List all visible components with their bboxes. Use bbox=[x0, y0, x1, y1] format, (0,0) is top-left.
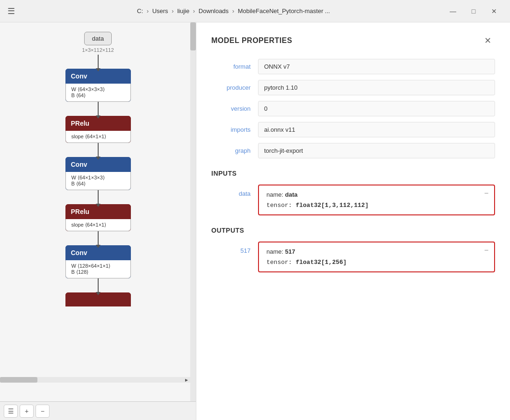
inputs-rows: data − name: data tensor: float32[1,3,11… bbox=[211, 185, 495, 215]
property-row: producer pytorch 1.10 bbox=[211, 80, 495, 95]
property-label: producer bbox=[211, 84, 258, 91]
minimize-button[interactable]: — bbox=[445, 5, 461, 18]
arrow-1 bbox=[98, 55, 99, 69]
path-downloads: Downloads bbox=[199, 7, 229, 14]
input-label: data bbox=[211, 185, 258, 197]
prelu1-details: slope ⟨64×1×1⟩ bbox=[65, 131, 131, 143]
sep3: › bbox=[193, 7, 197, 14]
property-row: format ONNX v7 bbox=[211, 59, 495, 74]
sep4: › bbox=[232, 7, 236, 14]
conv3-b: B ⟨128⟩ bbox=[72, 269, 125, 275]
output-name: name: 517 bbox=[266, 248, 487, 255]
conv2-node[interactable]: Conv W ⟨64×1×3×3⟩ B ⟨64⟩ bbox=[65, 157, 131, 190]
conv3-details: W ⟨128×64×1×1⟩ B ⟨128⟩ bbox=[65, 260, 131, 278]
conv1-b: B ⟨64⟩ bbox=[72, 93, 125, 99]
prelu2-node[interactable]: PRelu slope ⟨64×1×1⟩ bbox=[65, 204, 131, 231]
input-name: name: data bbox=[266, 191, 487, 198]
path-c: C: bbox=[137, 7, 143, 14]
input-tensor: tensor: float32[1,3,112,112] bbox=[266, 202, 487, 209]
output-label: 517 bbox=[211, 242, 258, 254]
data-node[interactable]: data bbox=[84, 32, 112, 45]
path-users: Users bbox=[152, 7, 168, 14]
property-row: imports ai.onnx v11 bbox=[211, 122, 495, 137]
bottom-toolbar: ☰ + − bbox=[0, 401, 196, 420]
sep1: › bbox=[147, 7, 151, 14]
arrow-6 bbox=[98, 278, 99, 292]
property-value: ai.onnx v11 bbox=[258, 122, 495, 137]
output-row: 517 − name: 517 tensor: float32[1,256] bbox=[211, 242, 495, 272]
conv2-details: W ⟨64×1×3×3⟩ B ⟨64⟩ bbox=[65, 172, 131, 190]
input-row: data − name: data tensor: float32[1,3,11… bbox=[211, 185, 495, 215]
output-tensor: tensor: float32[1,256] bbox=[266, 259, 487, 266]
conv1-w: W ⟨64×3×3×3⟩ bbox=[72, 86, 125, 93]
close-button[interactable]: ✕ bbox=[486, 5, 503, 18]
graph-content: data 1×3×112×112 Conv W ⟨64×3×3×3⟩ B ⟨64… bbox=[0, 22, 196, 316]
arrow-5 bbox=[98, 231, 99, 245]
main-layout: data 1×3×112×112 Conv W ⟨64×3×3×3⟩ B ⟨64… bbox=[0, 22, 510, 420]
conv2-b: B ⟨64⟩ bbox=[72, 181, 125, 187]
graph-panel: data 1×3×112×112 Conv W ⟨64×3×3×3⟩ B ⟨64… bbox=[0, 22, 196, 420]
properties-close-button[interactable]: ✕ bbox=[481, 34, 495, 48]
property-value: 0 bbox=[258, 101, 495, 116]
conv1-node[interactable]: Conv W ⟨64×3×3×3⟩ B ⟨64⟩ bbox=[65, 69, 131, 102]
outputs-section-header: OUTPUTS bbox=[211, 227, 495, 234]
data-shape-label: 1×3×112×112 bbox=[82, 47, 114, 53]
horizontal-scrolltrack[interactable] bbox=[0, 377, 190, 383]
sep2: › bbox=[172, 7, 175, 14]
conv2-w: W ⟨64×1×3×3⟩ bbox=[72, 175, 125, 181]
arrow-4 bbox=[98, 190, 99, 204]
graph-wrapper: data 1×3×112×112 Conv W ⟨64×3×3×3⟩ B ⟨64… bbox=[0, 22, 196, 401]
property-value: pytorch 1.10 bbox=[258, 80, 495, 95]
conv1-details: W ⟨64×3×3×3⟩ B ⟨64⟩ bbox=[65, 84, 131, 102]
output-card[interactable]: − name: 517 tensor: float32[1,256] bbox=[258, 242, 495, 272]
list-button[interactable]: ☰ bbox=[4, 405, 18, 418]
arrow-2 bbox=[98, 102, 99, 116]
conv3-node[interactable]: Conv W ⟨128×64×1×1⟩ B ⟨128⟩ bbox=[65, 245, 131, 278]
property-label: imports bbox=[211, 126, 258, 133]
property-fields: format ONNX v7 producer pytorch 1.10 ver… bbox=[211, 59, 495, 158]
inputs-section-header: INPUTS bbox=[211, 170, 495, 177]
arrow-3 bbox=[98, 143, 99, 157]
window-controls: — □ ✕ bbox=[445, 5, 503, 18]
properties-title: MODEL PROPERTIES bbox=[211, 36, 292, 45]
output-collapse-button[interactable]: − bbox=[484, 246, 488, 255]
properties-panel: MODEL PROPERTIES ✕ format ONNX v7 produc… bbox=[196, 22, 510, 420]
input-card[interactable]: − name: data tensor: float32[1,3,112,112… bbox=[258, 185, 495, 215]
title-bar: ☰ C: › Users › liujie › Downloads › Mobi… bbox=[0, 0, 510, 22]
title-path: C: › Users › liujie › Downloads › Mobile… bbox=[22, 7, 445, 14]
property-label: version bbox=[211, 105, 258, 112]
property-label: format bbox=[211, 63, 258, 70]
zoom-in-button[interactable]: + bbox=[20, 405, 34, 418]
path-project: MobileFaceNet_Pytorch-master ... bbox=[238, 7, 330, 14]
prelu1-slope: slope ⟨64×1×1⟩ bbox=[72, 134, 125, 140]
maximize-button[interactable]: □ bbox=[465, 5, 482, 18]
outputs-rows: 517 − name: 517 tensor: float32[1,256] bbox=[211, 242, 495, 272]
prelu2-slope: slope ⟨64×1×1⟩ bbox=[72, 222, 125, 228]
horizontal-scrollthumb[interactable] bbox=[0, 377, 37, 383]
conv3-w: W ⟨128×64×1×1⟩ bbox=[72, 263, 125, 269]
prelu2-details: slope ⟨64×1×1⟩ bbox=[65, 219, 131, 231]
scroll-right-arrow[interactable]: ▶ bbox=[183, 377, 190, 383]
zoom-out-button[interactable]: − bbox=[36, 405, 50, 418]
menu-icon[interactable]: ☰ bbox=[7, 6, 15, 16]
properties-header: MODEL PROPERTIES ✕ bbox=[211, 34, 495, 48]
input-collapse-button[interactable]: − bbox=[484, 189, 488, 198]
path-liujie: liujie bbox=[177, 7, 189, 14]
property-row: version 0 bbox=[211, 101, 495, 116]
property-row: graph torch-jit-export bbox=[211, 143, 495, 158]
property-value: ONNX v7 bbox=[258, 59, 495, 74]
property-value: torch-jit-export bbox=[258, 143, 495, 158]
property-label: graph bbox=[211, 147, 258, 154]
prelu1-node[interactable]: PRelu slope ⟨64×1×1⟩ bbox=[65, 116, 131, 143]
